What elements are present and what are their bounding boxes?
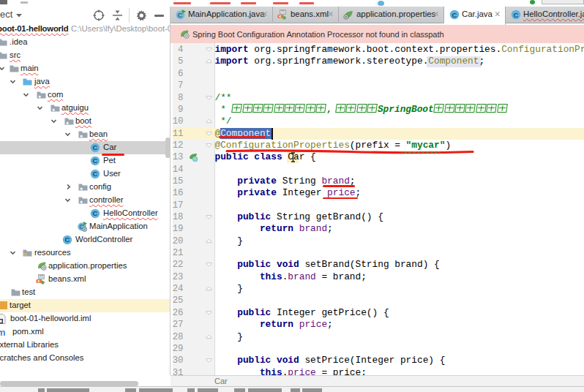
svg-text:C: C: [93, 157, 98, 165]
svg-text:C: C: [514, 10, 519, 18]
svg-text:C: C: [452, 10, 457, 18]
svg-text:C: C: [93, 143, 98, 151]
svg-text:C: C: [93, 170, 98, 178]
svg-text:C: C: [65, 235, 70, 244]
svg-text:C: C: [178, 11, 183, 18]
svg-text:C: C: [93, 209, 98, 217]
